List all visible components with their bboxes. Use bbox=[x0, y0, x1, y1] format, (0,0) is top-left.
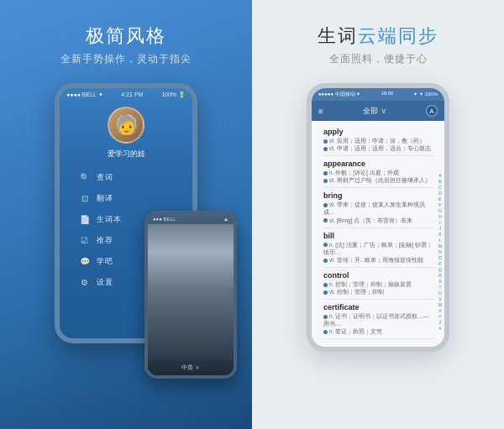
left-subtitle: 全新手势操作，灵动于指尖 bbox=[60, 52, 192, 66]
search-icon: 🔍 bbox=[80, 173, 90, 183]
word-definition: vt. [Bring] 点（英：布雷肯）布来 bbox=[323, 217, 434, 224]
right-nav-bar: ≡ 全部 ∨ A bbox=[312, 101, 444, 121]
alpha-letter[interactable]: X bbox=[438, 308, 441, 313]
word-entry[interactable]: controln. 控制；管理；抑制；操纵装置vt. 控制；管理；抑制 bbox=[323, 268, 434, 300]
overlay-status: ●●● BELL ▲ bbox=[148, 214, 234, 224]
hamburger-icon[interactable]: ≡ bbox=[318, 107, 323, 116]
word-definition: n. 签证；执照；文凭 bbox=[323, 327, 434, 335]
alpha-letter[interactable]: Q bbox=[438, 267, 442, 272]
word-english: control bbox=[323, 271, 434, 280]
alpha-letter[interactable]: Y bbox=[438, 314, 441, 319]
word-english: apply bbox=[323, 128, 434, 136]
alpha-letter[interactable]: D bbox=[438, 191, 442, 196]
menu-label: 生词本 bbox=[97, 214, 122, 225]
word-entry[interactable]: certificaten. 证书；证明书；以证书形式授权…— 用书…n. 签证；… bbox=[323, 300, 434, 339]
translate-icon: ⊡ bbox=[80, 194, 90, 204]
alpha-letter[interactable]: W bbox=[438, 302, 443, 307]
menu-item-translate[interactable]: ⊡ 翻译 bbox=[73, 189, 179, 208]
menu-label: 学吧 bbox=[97, 256, 113, 267]
city-image bbox=[148, 224, 234, 360]
alpha-letter[interactable]: G bbox=[438, 208, 442, 213]
alpha-letter[interactable]: Z bbox=[438, 320, 441, 325]
alpha-letter[interactable]: T bbox=[438, 285, 441, 290]
right-title: 生词云端同步 bbox=[318, 24, 438, 49]
word-definition: vt. 宣传；开...账单；用海报宣传性能 bbox=[323, 256, 434, 264]
phone-overlay-mockup: ●●● BELL ▲ 中英 ∨ bbox=[144, 211, 237, 379]
word-definition: n. [法] 法案；广告；账单；[金融] 钞票；纸币… bbox=[323, 241, 434, 256]
alpha-letter[interactable]: E bbox=[438, 196, 441, 201]
menu-label: 设置 bbox=[97, 277, 113, 288]
alpha-letter[interactable]: N bbox=[438, 249, 442, 254]
word-definition: vt. 应用；适用；申请；涂，敷（药） bbox=[323, 137, 434, 144]
community-icon: 💬 bbox=[80, 257, 90, 267]
word-english: bring bbox=[323, 191, 434, 200]
word-english: certificate bbox=[323, 303, 434, 311]
word-definition: vt. 申请；适用；适用，适合；专心致志 bbox=[323, 144, 434, 152]
overlay-screen: ●●● BELL ▲ 中英 ∨ bbox=[148, 214, 234, 375]
word-english: appearance bbox=[323, 160, 434, 168]
alpha-index-bar[interactable]: ABCDEFGHIJKLMNOPQRSTUVWXYZ# bbox=[436, 171, 444, 332]
alpha-letter[interactable]: J bbox=[439, 226, 442, 231]
word-definition: n. 外貌；[诉讼] 出庭；外观 bbox=[323, 169, 434, 176]
alpha-letter[interactable]: # bbox=[439, 326, 442, 331]
right-title-text: 生词 bbox=[318, 25, 358, 46]
alpha-letter[interactable]: F bbox=[438, 202, 441, 207]
alpha-letter[interactable]: O bbox=[438, 255, 442, 260]
word-entry[interactable]: applyvt. 应用；适用；申请；涂，敷（药）vt. 申请；适用；适用，适合；… bbox=[323, 124, 434, 156]
right-title-accent: 云端同步 bbox=[358, 25, 438, 46]
word-definition: n. 控制；管理；抑制；操纵装置 bbox=[323, 280, 434, 288]
alpha-letter[interactable]: L bbox=[439, 238, 442, 243]
user-name: 爱学习的娃 bbox=[108, 149, 145, 160]
word-entry[interactable]: billn. [法] 法案；广告；账单；[金融] 钞票；纸币…vt. 宣传；开.… bbox=[323, 228, 434, 268]
recommend-icon: ☑ bbox=[80, 236, 90, 246]
alpha-letter[interactable]: I bbox=[439, 220, 440, 225]
word-list: applyvt. 应用；适用；申请；涂，敷（药）vt. 申请；适用；适用，适合；… bbox=[312, 121, 444, 343]
phone-right-mockup: ●●●●● 中国移动 ✦ 18:00 ✦ ✦ 100% ≡ 全部 ∨ A app… bbox=[307, 83, 449, 352]
alpha-letter[interactable]: H bbox=[438, 214, 442, 219]
word-entry[interactable]: bringvt. 带来；促使；使某人发生某种境况成…vt. [Bring] 点（… bbox=[323, 188, 434, 228]
settings-icon: ⚙ bbox=[80, 278, 90, 288]
alpha-letter[interactable]: P bbox=[438, 261, 441, 266]
alpha-letter[interactable]: U bbox=[438, 290, 442, 296]
menu-label: 翻译 bbox=[97, 193, 113, 204]
menu-item-search[interactable]: 🔍 查词 bbox=[73, 168, 179, 187]
word-entry[interactable]: appearancen. 外貌；[诉讼] 出庭；外观vt. 将财产过户给（此后担… bbox=[323, 156, 434, 188]
menu-label: 推荐 bbox=[97, 235, 113, 246]
alpha-letter[interactable]: A bbox=[438, 173, 441, 178]
wordbook-icon: 📄 bbox=[80, 215, 90, 225]
left-title: 极简风格 bbox=[86, 24, 166, 49]
alpha-letter[interactable]: R bbox=[438, 273, 442, 278]
alpha-letter[interactable]: C bbox=[438, 185, 442, 190]
alpha-letter[interactable]: S bbox=[438, 279, 441, 284]
alpha-letter[interactable]: B bbox=[438, 179, 441, 184]
menu-label: 查词 bbox=[97, 172, 113, 183]
right-status-bar: ●●●●● 中国移动 ✦ 18:00 ✦ ✦ 100% bbox=[312, 88, 444, 101]
word-definition: vt. 带来；促使；使某人发生某种境况成… bbox=[323, 201, 434, 216]
word-definition: vt. 控制；管理；抑制 bbox=[323, 288, 434, 296]
left-status-bar: ●●●● BELL ✦ 4:21 PM 100% 🔋 bbox=[60, 88, 192, 100]
overlay-label: 中英 ∨ bbox=[148, 360, 234, 375]
nav-avatar[interactable]: A bbox=[426, 105, 438, 117]
alpha-letter[interactable]: M bbox=[438, 243, 442, 249]
right-screen: ●●●●● 中国移动 ✦ 18:00 ✦ ✦ 100% ≡ 全部 ∨ A app… bbox=[312, 88, 444, 347]
left-panel: 极简风格 全新手势操作，灵动于指尖 ●●●● BELL ✦ 4:21 PM 10… bbox=[0, 0, 252, 429]
word-definition: vt. 将财产过户给（此后担任被继承人） bbox=[323, 176, 434, 184]
right-subtitle: 全面照料，便捷于心 bbox=[329, 52, 428, 66]
alpha-letter[interactable]: K bbox=[438, 232, 441, 237]
right-panel: 生词云端同步 全面照料，便捷于心 ●●●●● 中国移动 ✦ 18:00 ✦ ✦ … bbox=[252, 0, 504, 429]
avatar: 🧓 bbox=[108, 107, 144, 144]
word-english: bill bbox=[323, 232, 434, 240]
word-definition: n. 证书；证明书；以证书形式授权…— 用书… bbox=[323, 312, 434, 327]
nav-title[interactable]: 全部 ∨ bbox=[363, 106, 386, 117]
alpha-letter[interactable]: V bbox=[438, 296, 441, 301]
